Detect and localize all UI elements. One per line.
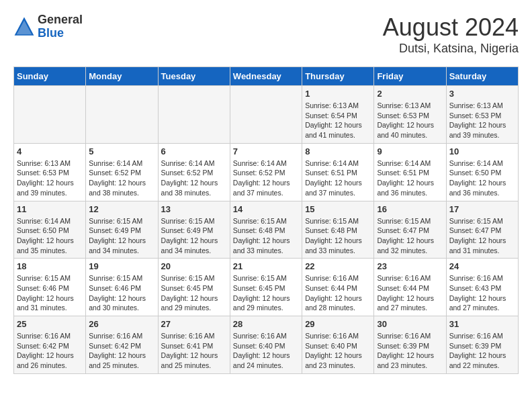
day-info: Sunrise: 6:13 AM Sunset: 6:53 PM Dayligh…	[17, 158, 83, 198]
week-row-3: 18Sunrise: 6:15 AM Sunset: 6:46 PM Dayli…	[14, 259, 519, 316]
column-header-friday: Friday	[374, 67, 446, 86]
day-number: 15	[305, 204, 371, 214]
calendar-cell: 3Sunrise: 6:13 AM Sunset: 6:53 PM Daylig…	[446, 86, 518, 144]
page-header: General Blue August 2024 Dutsi, Katsina,…	[13, 13, 519, 56]
day-info: Sunrise: 6:16 AM Sunset: 6:42 PM Dayligh…	[89, 331, 154, 371]
calendar-cell: 5Sunrise: 6:14 AM Sunset: 6:52 PM Daylig…	[86, 143, 158, 201]
day-number: 21	[233, 261, 299, 271]
day-number: 28	[233, 319, 299, 329]
calendar-cell: 16Sunrise: 6:15 AM Sunset: 6:47 PM Dayli…	[374, 201, 446, 259]
day-info: Sunrise: 6:15 AM Sunset: 6:49 PM Dayligh…	[89, 216, 154, 256]
day-info: Sunrise: 6:15 AM Sunset: 6:45 PM Dayligh…	[233, 273, 299, 313]
day-number: 14	[233, 204, 299, 214]
calendar-cell: 30Sunrise: 6:16 AM Sunset: 6:39 PM Dayli…	[374, 316, 446, 374]
title-block: August 2024 Dutsi, Katsina, Nigeria	[383, 13, 519, 56]
day-number: 5	[89, 146, 154, 156]
day-info: Sunrise: 6:15 AM Sunset: 6:48 PM Dayligh…	[305, 216, 371, 256]
day-info: Sunrise: 6:13 AM Sunset: 6:53 PM Dayligh…	[449, 101, 515, 140]
day-number: 4	[17, 146, 83, 156]
day-info: Sunrise: 6:13 AM Sunset: 6:54 PM Dayligh…	[305, 101, 371, 140]
day-number: 1	[305, 89, 371, 99]
day-number: 12	[89, 204, 154, 214]
day-number: 24	[449, 261, 515, 271]
day-number: 16	[377, 204, 443, 214]
calendar-cell: 9Sunrise: 6:14 AM Sunset: 6:51 PM Daylig…	[374, 143, 446, 201]
calendar-cell: 24Sunrise: 6:16 AM Sunset: 6:43 PM Dayli…	[446, 259, 518, 316]
day-number: 13	[161, 204, 227, 214]
column-header-saturday: Saturday	[446, 67, 518, 86]
day-number: 6	[161, 146, 227, 156]
calendar-cell	[158, 86, 230, 144]
calendar-table: SundayMondayTuesdayWednesdayThursdayFrid…	[13, 66, 519, 374]
calendar-cell: 29Sunrise: 6:16 AM Sunset: 6:40 PM Dayli…	[302, 316, 374, 374]
day-info: Sunrise: 6:16 AM Sunset: 6:41 PM Dayligh…	[161, 331, 227, 371]
day-info: Sunrise: 6:15 AM Sunset: 6:45 PM Dayligh…	[161, 273, 227, 313]
day-number: 27	[161, 319, 227, 329]
calendar-cell: 13Sunrise: 6:15 AM Sunset: 6:49 PM Dayli…	[158, 201, 230, 259]
calendar-cell: 10Sunrise: 6:14 AM Sunset: 6:50 PM Dayli…	[446, 143, 518, 201]
day-number: 9	[377, 146, 443, 156]
day-number: 18	[17, 261, 83, 271]
day-info: Sunrise: 6:14 AM Sunset: 6:50 PM Dayligh…	[449, 158, 515, 198]
day-info: Sunrise: 6:14 AM Sunset: 6:50 PM Dayligh…	[17, 216, 83, 256]
day-info: Sunrise: 6:16 AM Sunset: 6:44 PM Dayligh…	[305, 273, 371, 313]
calendar-cell: 23Sunrise: 6:16 AM Sunset: 6:44 PM Dayli…	[374, 259, 446, 316]
column-header-monday: Monday	[86, 67, 158, 86]
day-info: Sunrise: 6:14 AM Sunset: 6:52 PM Dayligh…	[233, 158, 299, 198]
location: Dutsi, Katsina, Nigeria	[383, 42, 519, 56]
day-number: 19	[89, 261, 154, 271]
day-info: Sunrise: 6:14 AM Sunset: 6:52 PM Dayligh…	[161, 158, 227, 198]
day-number: 8	[305, 146, 371, 156]
day-info: Sunrise: 6:16 AM Sunset: 6:40 PM Dayligh…	[233, 331, 299, 371]
day-number: 26	[89, 319, 154, 329]
day-info: Sunrise: 6:16 AM Sunset: 6:44 PM Dayligh…	[377, 273, 443, 313]
day-info: Sunrise: 6:15 AM Sunset: 6:47 PM Dayligh…	[377, 216, 443, 256]
calendar-header-row: SundayMondayTuesdayWednesdayThursdayFrid…	[14, 67, 519, 86]
calendar-cell	[14, 86, 86, 144]
calendar-cell: 26Sunrise: 6:16 AM Sunset: 6:42 PM Dayli…	[86, 316, 158, 374]
calendar-cell: 21Sunrise: 6:15 AM Sunset: 6:45 PM Dayli…	[230, 259, 302, 316]
day-info: Sunrise: 6:13 AM Sunset: 6:53 PM Dayligh…	[377, 101, 443, 140]
day-info: Sunrise: 6:14 AM Sunset: 6:52 PM Dayligh…	[89, 158, 154, 198]
calendar-cell: 1Sunrise: 6:13 AM Sunset: 6:54 PM Daylig…	[302, 86, 374, 144]
day-number: 25	[17, 319, 83, 329]
calendar-cell: 8Sunrise: 6:14 AM Sunset: 6:51 PM Daylig…	[302, 143, 374, 201]
logo-blue-text: Blue	[38, 27, 83, 40]
day-number: 20	[161, 261, 227, 271]
calendar-cell: 28Sunrise: 6:16 AM Sunset: 6:40 PM Dayli…	[230, 316, 302, 374]
calendar-cell: 20Sunrise: 6:15 AM Sunset: 6:45 PM Dayli…	[158, 259, 230, 316]
day-info: Sunrise: 6:16 AM Sunset: 6:43 PM Dayligh…	[449, 273, 515, 313]
day-info: Sunrise: 6:16 AM Sunset: 6:40 PM Dayligh…	[305, 331, 371, 371]
calendar-cell: 6Sunrise: 6:14 AM Sunset: 6:52 PM Daylig…	[158, 143, 230, 201]
day-info: Sunrise: 6:14 AM Sunset: 6:51 PM Dayligh…	[377, 158, 443, 198]
day-info: Sunrise: 6:14 AM Sunset: 6:51 PM Dayligh…	[305, 158, 371, 198]
column-header-wednesday: Wednesday	[230, 67, 302, 86]
day-number: 17	[449, 204, 515, 214]
calendar-cell: 22Sunrise: 6:16 AM Sunset: 6:44 PM Dayli…	[302, 259, 374, 316]
calendar-cell: 7Sunrise: 6:14 AM Sunset: 6:52 PM Daylig…	[230, 143, 302, 201]
day-number: 11	[17, 204, 83, 214]
week-row-4: 25Sunrise: 6:16 AM Sunset: 6:42 PM Dayli…	[14, 316, 519, 374]
day-info: Sunrise: 6:15 AM Sunset: 6:46 PM Dayligh…	[17, 273, 83, 313]
day-number: 29	[305, 319, 371, 329]
day-info: Sunrise: 6:16 AM Sunset: 6:39 PM Dayligh…	[377, 331, 443, 371]
month-year: August 2024	[383, 13, 519, 42]
day-number: 7	[233, 146, 299, 156]
day-info: Sunrise: 6:15 AM Sunset: 6:48 PM Dayligh…	[233, 216, 299, 256]
calendar-cell: 17Sunrise: 6:15 AM Sunset: 6:47 PM Dayli…	[446, 201, 518, 259]
column-header-sunday: Sunday	[14, 67, 86, 86]
day-info: Sunrise: 6:16 AM Sunset: 6:39 PM Dayligh…	[449, 331, 515, 371]
day-number: 31	[449, 319, 515, 329]
logo: General Blue	[13, 13, 83, 40]
column-header-tuesday: Tuesday	[158, 67, 230, 86]
calendar-cell: 31Sunrise: 6:16 AM Sunset: 6:39 PM Dayli…	[446, 316, 518, 374]
calendar-cell: 4Sunrise: 6:13 AM Sunset: 6:53 PM Daylig…	[14, 143, 86, 201]
day-number: 3	[449, 89, 515, 99]
column-header-thursday: Thursday	[302, 67, 374, 86]
calendar-cell: 14Sunrise: 6:15 AM Sunset: 6:48 PM Dayli…	[230, 201, 302, 259]
calendar-cell: 25Sunrise: 6:16 AM Sunset: 6:42 PM Dayli…	[14, 316, 86, 374]
calendar-cell: 15Sunrise: 6:15 AM Sunset: 6:48 PM Dayli…	[302, 201, 374, 259]
day-number: 22	[305, 261, 371, 271]
calendar-cell: 27Sunrise: 6:16 AM Sunset: 6:41 PM Dayli…	[158, 316, 230, 374]
week-row-1: 4Sunrise: 6:13 AM Sunset: 6:53 PM Daylig…	[14, 143, 519, 201]
